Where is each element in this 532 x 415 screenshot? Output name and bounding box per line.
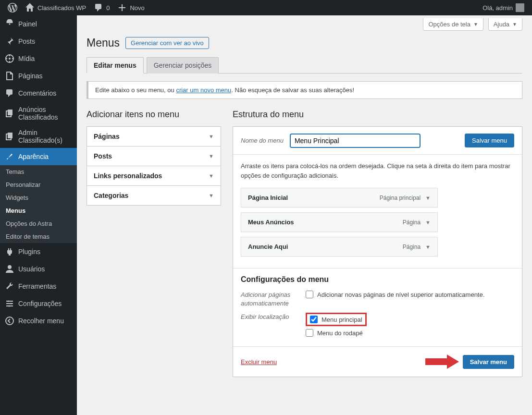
new-content-link[interactable]: Novo: [113, 0, 148, 15]
sidebar-item-users[interactable]: Usuários: [0, 260, 77, 278]
plus-icon: [117, 3, 127, 12]
chevron-down-icon: ▼: [425, 244, 431, 250]
auto-add-label: Adicionar páginas automaticamente: [241, 291, 306, 308]
comment-icon: [94, 3, 103, 12]
plugin-icon: [5, 247, 14, 256]
menu-instructions: Arraste os itens para colocá-los na orde…: [241, 161, 514, 180]
chevron-down-icon: ▼: [209, 193, 214, 198]
chevron-down-icon: ▼: [209, 173, 214, 179]
create-new-menu-link[interactable]: criar um novo menu: [176, 86, 231, 94]
sub-themes[interactable]: Temas: [0, 165, 77, 178]
avatar: [516, 3, 524, 12]
save-menu-bottom-button[interactable]: Salvar menu: [463, 355, 514, 369]
svg-point-7: [8, 265, 12, 269]
menu-item[interactable]: Meus Anúncios Página▼: [241, 212, 438, 232]
svg-marker-12: [425, 354, 459, 369]
appearance-submenu: Temas Personalizar Widgets Menus Opções …: [0, 165, 77, 243]
main-content: Opções de tela ▼ Ajuda ▼ Menus Gerenciar…: [77, 15, 532, 415]
auto-add-checkbox[interactable]: [306, 291, 313, 298]
user-icon: [5, 264, 14, 274]
dashboard-icon: [5, 19, 14, 29]
save-menu-top-button[interactable]: Salvar menu: [465, 134, 514, 147]
comments-link[interactable]: 0: [90, 0, 113, 15]
wrench-icon: [5, 281, 14, 291]
highlight-primary-location: Menu principal: [306, 313, 367, 326]
menu-structure-heading: Estrutura do menu: [233, 110, 522, 120]
wp-logo[interactable]: [4, 0, 21, 15]
svg-point-8: [8, 301, 9, 302]
media-icon: [5, 54, 14, 63]
screen-options-button[interactable]: Opções de tela ▼: [423, 18, 483, 31]
sidebar-item-admin-classified[interactable]: Admin Classificado(s): [0, 125, 77, 148]
sub-editor[interactable]: Editor de temas: [0, 230, 77, 243]
svg-point-11: [6, 317, 13, 325]
tab-manage-locations[interactable]: Gerenciar posições: [147, 57, 219, 73]
menu-settings-heading: Configurações do menu: [241, 275, 514, 284]
sidebar-item-collapse[interactable]: Recolher menu: [0, 312, 77, 330]
menu-item[interactable]: Página Inicial Página principal▼: [241, 188, 438, 208]
sidebar-item-media[interactable]: Mídia: [0, 50, 77, 67]
sidebar-item-appearance[interactable]: Aparência: [0, 148, 77, 165]
menu-name-input[interactable]: [290, 134, 420, 147]
admin-bar: Classificados WP 0 Novo Olá, admin: [0, 0, 532, 15]
svg-point-2: [9, 58, 11, 60]
svg-rect-6: [8, 133, 12, 138]
sliders-icon: [5, 299, 14, 308]
account-link[interactable]: Olá, admin: [479, 0, 528, 15]
chevron-down-icon: ▼: [473, 22, 478, 27]
edit-notice: Edite abaixo o seu menu, ou criar um nov…: [87, 81, 522, 99]
menu-edit-box: Nome do menu Salvar menu Arraste os iten…: [233, 126, 522, 377]
admin-sidebar: Painel Posts Mídia Páginas Comentários A…: [0, 15, 77, 415]
delete-menu-link[interactable]: Excluir menu: [241, 358, 277, 366]
sub-menus[interactable]: Menus: [0, 204, 77, 217]
documents-icon: [5, 132, 14, 141]
location-primary-checkbox[interactable]: [310, 316, 318, 323]
arrow-annotation-icon: [425, 354, 459, 370]
sidebar-item-posts[interactable]: Posts: [0, 33, 77, 50]
site-title: Classificados WP: [37, 4, 86, 12]
sidebar-item-comments[interactable]: Comentários: [0, 85, 77, 102]
help-button[interactable]: Ajuda ▼: [488, 18, 522, 31]
page-title: Menus: [87, 37, 120, 49]
svg-point-0: [9, 24, 11, 25]
sidebar-item-dashboard[interactable]: Painel: [0, 15, 77, 33]
menu-item[interactable]: Anuncie Aqui Página▼: [241, 237, 438, 256]
accordion-categories[interactable]: Categorias▼: [87, 185, 221, 206]
comment-icon: [5, 88, 14, 98]
accordion-custom-links[interactable]: Links personalizados▼: [87, 166, 221, 186]
site-link[interactable]: Classificados WP: [21, 0, 90, 15]
pin-icon: [5, 37, 14, 46]
tab-edit-menus[interactable]: Editar menus: [87, 57, 144, 73]
chevron-down-icon: ▼: [425, 220, 431, 225]
home-icon: [25, 3, 35, 12]
chevron-down-icon: ▼: [425, 195, 431, 201]
add-items-heading: Adicionar itens no menu: [87, 110, 221, 120]
svg-point-9: [11, 303, 12, 305]
page-icon: [5, 71, 14, 81]
new-label: Novo: [130, 4, 144, 12]
sidebar-item-tools[interactable]: Ferramentas: [0, 278, 77, 295]
documents-icon: [5, 109, 14, 118]
svg-point-10: [9, 305, 10, 307]
comments-count: 0: [106, 4, 110, 12]
sub-astra[interactable]: Opções do Astra: [0, 217, 77, 230]
accordion-posts[interactable]: Posts▼: [87, 146, 221, 166]
location-footer-checkbox[interactable]: [306, 329, 313, 337]
manage-live-button[interactable]: Gerenciar com ver ao vivo: [125, 37, 209, 49]
accordion-pages[interactable]: Páginas▼: [87, 126, 221, 146]
svg-rect-4: [8, 110, 12, 115]
chevron-down-icon: ▼: [512, 22, 517, 27]
brush-icon: [5, 152, 14, 161]
sidebar-item-settings[interactable]: Configurações: [0, 295, 77, 312]
nav-tabs: Editar menus Gerenciar posições: [87, 57, 522, 73]
sidebar-item-classified-ads[interactable]: Anúncios Classificados: [0, 102, 77, 125]
greeting: Olá, admin: [483, 4, 513, 12]
menu-name-label: Nome do menu: [241, 137, 284, 144]
sub-widgets[interactable]: Widgets: [0, 191, 77, 204]
sub-customize[interactable]: Personalizar: [0, 178, 77, 191]
collapse-icon: [5, 316, 14, 326]
sidebar-item-pages[interactable]: Páginas: [0, 67, 77, 85]
display-location-label: Exibir localização: [241, 313, 306, 321]
sidebar-item-plugins[interactable]: Plugins: [0, 243, 77, 260]
wordpress-icon: [8, 3, 17, 12]
